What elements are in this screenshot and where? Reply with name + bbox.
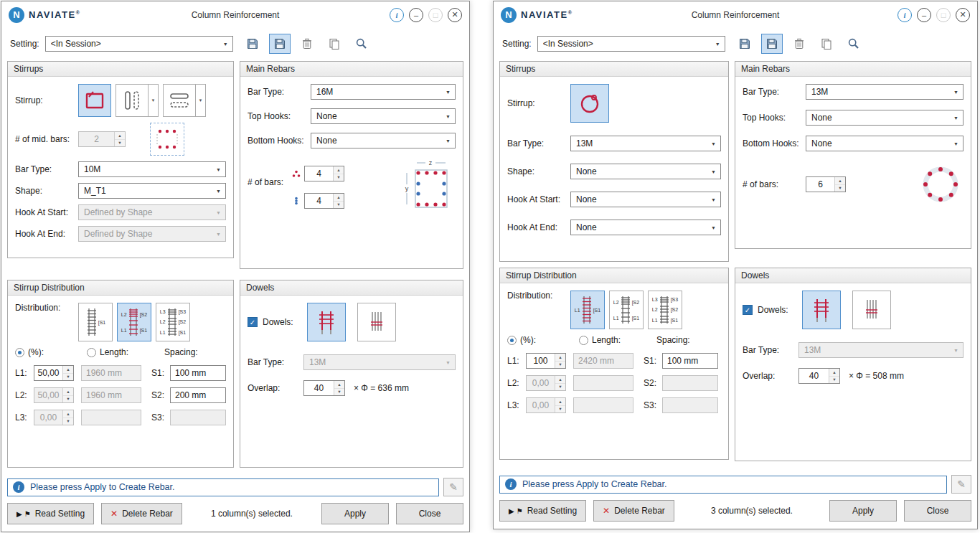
distribution-option-1-button[interactable]: L1 [S1: [570, 291, 605, 329]
trash-icon: [301, 37, 314, 50]
spin-down-icon[interactable]: ▼: [334, 202, 344, 209]
close-icon[interactable]: ✕: [448, 8, 462, 22]
preview-setting-button[interactable]: [843, 34, 864, 54]
bottom-hooks-select[interactable]: None▼: [311, 133, 456, 148]
preview-setting-button[interactable]: [351, 34, 372, 54]
l1-stepper[interactable]: 100▲▼: [526, 353, 566, 369]
setting-select[interactable]: <In Session> ▼: [537, 36, 725, 52]
hook-at-end-label: Hook At End:: [15, 229, 78, 239]
ladder-icon: [620, 294, 631, 326]
chevron-down-icon: ▼: [708, 169, 719, 174]
spin-up-icon[interactable]: ▲: [334, 194, 344, 202]
spin-up-icon[interactable]: ▲: [63, 366, 73, 374]
setting-select[interactable]: <In Session> ▼: [45, 36, 233, 52]
apply-button[interactable]: Apply: [321, 503, 389, 524]
top-hooks-select[interactable]: None▼: [311, 108, 456, 124]
overlap-stepper[interactable]: 40▲▼: [303, 380, 345, 396]
info-icon[interactable]: i: [390, 8, 404, 22]
s2-spacing-field[interactable]: 200 mm: [170, 387, 226, 403]
delete-rebar-button[interactable]: ✕Delete Rebar: [101, 503, 182, 524]
mid-bars-pattern-button[interactable]: [150, 123, 184, 156]
close-button[interactable]: Close: [904, 500, 971, 522]
delete-setting-button[interactable]: [788, 34, 810, 54]
spin-up-icon[interactable]: ▲: [334, 381, 344, 389]
overlap-stepper[interactable]: 40▲▼: [798, 368, 840, 384]
annotate-button[interactable]: ✎: [951, 475, 971, 494]
l3-label: L3:: [15, 412, 34, 423]
percent-radio[interactable]: [15, 348, 24, 357]
info-icon[interactable]: i: [897, 8, 912, 22]
dowel-style-1-button[interactable]: [802, 291, 841, 329]
minimize-icon[interactable]: –: [917, 8, 931, 22]
apply-button[interactable]: Apply: [829, 500, 897, 522]
chevron-down-icon[interactable]: ▼: [196, 84, 206, 117]
dowels-checkbox[interactable]: ✓: [743, 305, 753, 315]
stirrup-type-horizontal-ties-button[interactable]: [163, 84, 196, 117]
close-icon[interactable]: ✕: [956, 8, 970, 22]
delete-setting-button[interactable]: [296, 34, 318, 54]
spin-down-icon[interactable]: ▼: [334, 174, 344, 181]
titlebar[interactable]: N NAVIATE® Column Reinforcement i – □ ✕: [1, 1, 469, 28]
s1-spacing-field[interactable]: 100 mm: [662, 353, 718, 369]
distribution-option-3-button[interactable]: L3L2L1 [S3[S2[S1: [156, 303, 190, 341]
bars-y-stepper[interactable]: 4▲▼: [304, 193, 344, 209]
save-setting-button[interactable]: [734, 34, 755, 54]
distribution-option-2-button[interactable]: L2L1 [S2[S1: [117, 303, 151, 341]
top-hooks-select[interactable]: None▼: [806, 110, 963, 126]
spin-down-icon[interactable]: ▼: [829, 377, 839, 384]
distribution-option-2-button[interactable]: L2L1 [S2[S1: [609, 291, 644, 329]
save-session-button[interactable]: [761, 34, 783, 54]
length-label: Length:: [592, 335, 621, 345]
duplicate-setting-button[interactable]: [324, 34, 345, 54]
minimize-icon[interactable]: –: [409, 8, 423, 22]
annotate-button[interactable]: ✎: [443, 478, 463, 496]
save-session-button[interactable]: [269, 34, 291, 54]
hook-at-end-select[interactable]: None▼: [570, 220, 721, 235]
l1-stepper[interactable]: 50,00▲▼: [34, 365, 74, 381]
stirrup-shape-select[interactable]: M_T1▼: [78, 183, 226, 199]
dowel-style-2-button[interactable]: [852, 291, 891, 329]
spin-up-icon[interactable]: ▲: [334, 166, 344, 174]
bars-z-stepper[interactable]: 4▲▼: [304, 166, 344, 181]
read-setting-button[interactable]: ▶⚑Read Setting: [7, 503, 94, 524]
stirrup-type-rectangular-button[interactable]: [78, 84, 111, 117]
length-radio[interactable]: [579, 336, 588, 345]
stirrup-bar-type-select[interactable]: 10M▼: [78, 161, 226, 177]
spin-down-icon[interactable]: ▼: [334, 389, 344, 396]
spin-up-icon[interactable]: ▲: [829, 369, 839, 377]
stirrup-shape-select[interactable]: None▼: [570, 164, 721, 179]
percent-radio[interactable]: [507, 336, 517, 345]
s1-spacing-field[interactable]: 100 mm: [170, 365, 226, 381]
main-bar-type-select[interactable]: 16M▼: [311, 84, 456, 100]
save-setting-button[interactable]: [242, 34, 263, 54]
l2-label: L2:: [15, 390, 34, 400]
main-bar-type-select[interactable]: 13M▼: [806, 84, 963, 100]
spin-up-icon[interactable]: ▲: [555, 354, 565, 362]
stirrup-bar-type-select[interactable]: 13M▼: [570, 136, 721, 151]
chevron-down-icon[interactable]: ▼: [149, 84, 159, 117]
num-bars-stepper[interactable]: 6▲▼: [806, 176, 846, 192]
length-radio[interactable]: [87, 348, 96, 357]
hook-at-end-label: Hook At End:: [507, 222, 570, 232]
spin-down-icon[interactable]: ▼: [555, 362, 565, 369]
read-setting-button[interactable]: ▶⚑Read Setting: [499, 500, 586, 522]
dowel-style-1-button[interactable]: [307, 303, 346, 341]
titlebar[interactable]: N NAVIATE® Column Reinforcement i – □ ✕: [494, 1, 977, 28]
l3-label: L3:: [507, 400, 526, 410]
spin-up-icon[interactable]: ▲: [835, 177, 845, 185]
bottom-hooks-select[interactable]: None▼: [806, 136, 963, 151]
distribution-option-3-button[interactable]: L3L2L1 [S3[S2[S1: [648, 291, 682, 329]
hook-at-start-select[interactable]: None▼: [570, 192, 721, 207]
dowels-checkbox[interactable]: ✓: [248, 317, 258, 327]
stirrup-type-vertical-ties-button[interactable]: [116, 84, 149, 117]
distribution-option-1-button[interactable]: [S1: [78, 303, 113, 341]
stirrup-type-circular-button[interactable]: [570, 84, 609, 123]
spin-down-icon[interactable]: ▼: [835, 185, 845, 192]
duplicate-setting-button[interactable]: [816, 34, 837, 54]
info-badge-icon: i: [505, 478, 517, 490]
dowel-style-2-button[interactable]: [357, 303, 396, 341]
spin-down-icon[interactable]: ▼: [63, 374, 73, 381]
close-button[interactable]: Close: [396, 503, 463, 524]
delete-rebar-button[interactable]: ✕Delete Rebar: [593, 500, 674, 522]
rectangular-stirrup-icon: [83, 90, 106, 111]
